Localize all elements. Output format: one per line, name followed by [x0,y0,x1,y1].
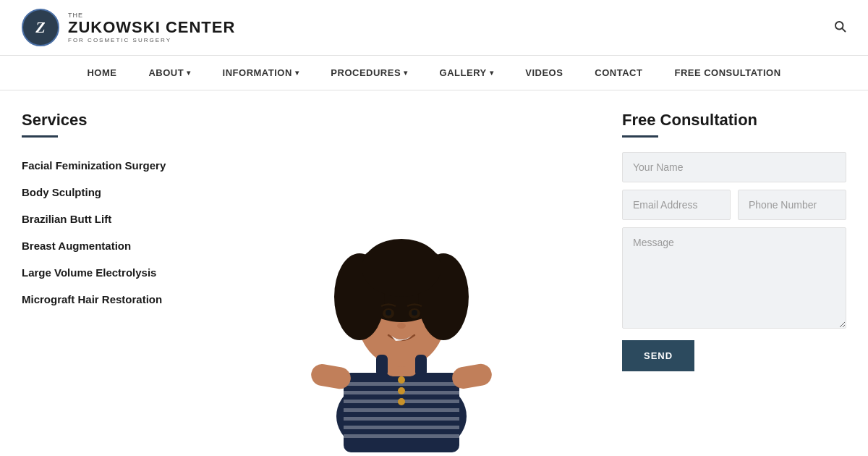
svg-rect-9 [344,426,459,429]
message-textarea[interactable] [622,227,846,329]
service-hair[interactable]: Micrograft Hair Restoration [22,286,181,313]
svg-point-27 [398,387,405,394]
logo-sub: FOR COSMETIC SURGERY [68,37,235,43]
hero-image-area [203,90,600,452]
svg-point-19 [386,310,391,316]
svg-rect-23 [451,362,493,390]
logo-text: THE ZUKOWSKI CENTER FOR COSMETIC SURGERY [68,12,235,43]
phone-input[interactable] [738,190,846,220]
consultation-form-area: Free Consultation SEND [600,90,868,452]
nav-free-consultation[interactable]: FREE CONSULTATION [658,56,796,90]
logo[interactable]: Z THE ZUKOWSKI CENTER FOR COSMETIC SURGE… [22,9,235,46]
nav-home[interactable]: HOME [71,56,132,90]
email-phone-row [622,190,846,220]
main-nav: HOME ABOUT ▾ INFORMATION ▾ PROCEDURES ▾ … [0,56,868,90]
nav-procedures[interactable]: PROCEDURES ▾ [315,56,423,90]
service-brazilian[interactable]: Brazilian Butt Lift [22,206,181,232]
service-facial[interactable]: Facial Feminization Surgery [22,152,181,179]
search-icon[interactable] [833,20,846,36]
svg-line-1 [842,28,845,31]
main-content: Services Facial Feminization Surgery Bod… [0,90,868,452]
svg-point-16 [362,239,441,297]
about-chevron: ▾ [187,69,191,77]
svg-rect-25 [415,355,427,376]
svg-point-20 [412,310,417,316]
proc-chevron: ▾ [404,69,408,77]
form-divider [622,135,658,138]
service-electrolysis[interactable]: Large Volume Electrolysis [22,259,181,286]
person-illustration [300,170,503,452]
name-input[interactable] [622,152,846,182]
name-row [622,152,846,182]
svg-rect-7 [344,408,459,412]
nav-contact[interactable]: CONTACT [579,56,658,90]
svg-point-28 [398,398,405,405]
send-button[interactable]: SEND [622,340,694,371]
svg-rect-8 [344,417,459,421]
logo-icon: Z [22,9,59,46]
nav-gallery[interactable]: GALLERY ▾ [424,56,510,90]
svg-point-26 [398,376,405,384]
services-title: Services [22,111,181,130]
svg-rect-24 [376,355,388,376]
form-title: Free Consultation [622,111,846,130]
gallery-chevron: ▾ [490,69,494,77]
service-breast[interactable]: Breast Augmentation [22,232,181,259]
email-input[interactable] [622,190,731,220]
logo-name: ZUKOWSKI CENTER [68,19,235,36]
svg-rect-22 [310,363,352,391]
nav-videos[interactable]: VIDEOS [509,56,579,90]
services-divider [22,135,58,138]
nav-information[interactable]: INFORMATION ▾ [207,56,315,90]
nav-about[interactable]: ABOUT ▾ [132,56,206,90]
nav-inner: HOME ABOUT ▾ INFORMATION ▾ PROCEDURES ▾ … [22,56,846,90]
svg-rect-10 [344,434,459,438]
svg-point-21 [397,323,406,329]
info-chevron: ▾ [295,69,299,77]
site-header: Z THE ZUKOWSKI CENTER FOR COSMETIC SURGE… [0,0,868,56]
services-sidebar: Services Facial Feminization Surgery Bod… [0,90,203,452]
service-body-sculpting[interactable]: Body Sculpting [22,179,181,206]
